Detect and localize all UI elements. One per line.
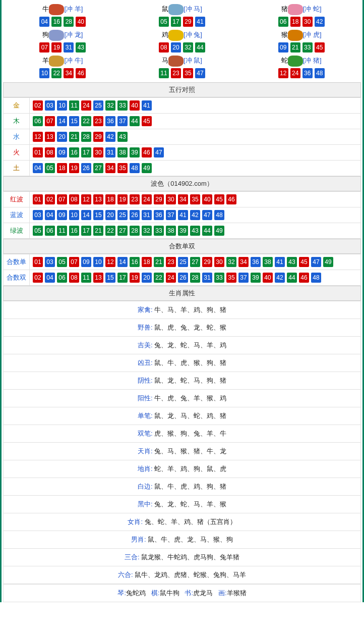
number-ball: 34 (178, 194, 188, 204)
number-ball: 32 (105, 100, 115, 111)
number-ball: 28 (81, 132, 91, 142)
number-ball: 47 (195, 68, 205, 78)
number-ball: 24 (81, 100, 91, 111)
zodiac-icon (288, 56, 303, 67)
number-ball: 14 (81, 210, 91, 220)
number-ball: 38 (263, 257, 273, 267)
number-ball: 20 (171, 42, 181, 52)
zodiac-clash: [冲 羊] (64, 5, 83, 13)
zodiac-name: 羊 (42, 57, 49, 64)
number-ball: 20 (105, 210, 115, 220)
number-ball: 12 (105, 257, 115, 267)
attr-value: 兔、龙、蛇、马、羊、猴 (154, 500, 226, 508)
number-ball: 30 (93, 147, 103, 157)
attr-row: 阳性: 牛、虎、兔、羊、猴、鸡 (4, 390, 361, 407)
number-ball: 28 (64, 17, 74, 27)
row-label: 火 (4, 145, 30, 161)
number-ball: 25 (93, 100, 103, 111)
row-label: 蓝波 (4, 207, 30, 223)
number-ball: 23 (93, 116, 103, 126)
zodiac-balls: 11233547 (123, 68, 242, 78)
footer-value: 鼠牛狗 (160, 589, 179, 597)
number-ball: 17 (81, 226, 91, 236)
number-ball: 12 (278, 68, 288, 78)
number-ball: 45 (142, 116, 152, 126)
number-ball: 36 (154, 210, 164, 220)
number-ball: 26 (81, 163, 91, 173)
number-ball: 18 (105, 194, 115, 204)
number-ball: 07 (69, 257, 79, 267)
table-row: 土04051819262734354849 (4, 161, 361, 176)
number-ball: 40 (263, 273, 273, 283)
number-ball: 09 (57, 147, 67, 157)
zodiac-balls: 12243648 (241, 68, 361, 78)
number-ball: 10 (57, 100, 67, 111)
number-ball: 17 (171, 17, 181, 27)
number-ball: 31 (105, 147, 115, 157)
number-ball: 46 (299, 273, 309, 283)
number-ball: 26 (130, 210, 140, 220)
wuxing-header: 五行对照 (3, 82, 361, 97)
number-ball: 34 (64, 68, 74, 78)
number-ball: 08 (159, 42, 169, 52)
number-ball: 23 (166, 257, 176, 267)
number-ball: 01 (33, 257, 43, 267)
number-ball: 17 (81, 147, 91, 157)
number-ball: 18 (57, 163, 67, 173)
number-ball: 33 (302, 42, 313, 52)
number-ball: 29 (93, 132, 103, 142)
zodiac-clash: [冲 牛] (64, 57, 83, 64)
zodiac-icon (288, 30, 303, 41)
attr-row: 野兽: 鼠、虎、兔、龙、蛇、猴 (4, 319, 361, 337)
number-ball: 16 (51, 17, 62, 27)
attr-value: 鼠、牛、虎、猴、狗、猪 (154, 359, 226, 366)
zodiac-name: 鼠 (162, 5, 168, 13)
number-ball: 33 (154, 226, 164, 236)
attr-row: 双笔: 虎、猴、狗、兔、羊、牛 (4, 425, 361, 443)
table-row: 蓝波03040910141520252631363741424748 (4, 207, 361, 223)
zodiac-icon (288, 4, 303, 15)
zodiac-name: 蛇 (281, 57, 288, 64)
zodiac-clash: [冲 虎] (303, 31, 322, 38)
number-ball: 22 (105, 226, 115, 236)
footer-value: 兔蛇鸡 (126, 589, 146, 597)
number-ball: 12 (33, 132, 43, 142)
number-ball: 13 (93, 273, 103, 283)
number-ball: 07 (45, 116, 55, 126)
attr-label: 天肖: (138, 447, 153, 455)
zodiac-grid: 牛[冲 羊]04162840鼠[冲 马]05172941猪[冲 蛇]061830… (3, 0, 361, 82)
zodiac-cell: 猴[冲 虎]09213345 (241, 28, 361, 54)
row-label: 合数双 (4, 270, 30, 286)
footer-label: 棋: (151, 589, 160, 597)
zodiac-balls: 08203244 (123, 42, 242, 52)
number-ball: 05 (33, 226, 43, 236)
zodiac-balls: 04162840 (3, 17, 123, 27)
row-numbers: 04051819262734354849 (30, 161, 361, 176)
attr-value: 兔、龙、蛇、马、羊、鸡 (154, 341, 226, 349)
attr-label: 三合: (125, 553, 140, 561)
number-ball: 38 (117, 147, 128, 157)
attr-row: 凶丑: 鼠、牛、虎、猴、狗、猪 (4, 354, 361, 372)
attr-row: 吉美: 兔、龙、蛇、马、羊、鸡 (4, 337, 361, 354)
number-ball: 11 (57, 226, 67, 236)
zodiac-cell: 蛇[冲 猪]12243648 (241, 54, 361, 80)
zodiac-balls: 05172941 (123, 17, 242, 27)
row-label: 金 (4, 98, 30, 114)
number-ball: 47 (154, 147, 164, 157)
number-ball: 15 (69, 116, 79, 126)
row-numbers: 05061116172122272832333839434449 (30, 223, 361, 239)
number-ball: 29 (183, 17, 193, 27)
zodiac-name: 牛 (42, 5, 49, 13)
attr-value: 鼠、虎、兔、龙、蛇、猴 (154, 324, 226, 331)
number-ball: 44 (287, 273, 297, 283)
number-ball: 04 (45, 273, 55, 283)
zodiac-cell: 牛[冲 羊]04162840 (3, 3, 123, 28)
zodiac-icon (168, 4, 184, 15)
bose-header: 波色（014902.com） (3, 176, 361, 191)
number-ball: 35 (117, 163, 128, 173)
number-ball: 18 (142, 257, 152, 267)
zodiac-cell: 羊[冲 牛]10223446 (3, 54, 123, 80)
number-ball: 08 (69, 273, 79, 283)
attr-value: 鼠、牛、虎、龙、马、猴、狗 (148, 536, 233, 543)
number-ball: 16 (69, 226, 79, 236)
